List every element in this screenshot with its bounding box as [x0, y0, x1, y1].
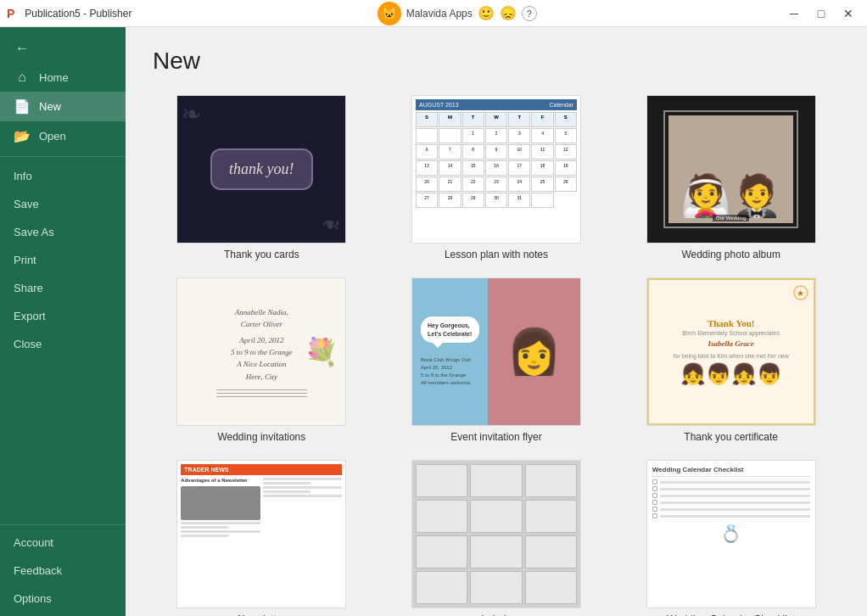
sidebar-feedback-label: Feedback: [14, 564, 62, 577]
sidebar-open-label: Open: [39, 130, 66, 143]
nl-line-7: [263, 486, 343, 489]
wedding-preview: 👰🤵 Our Wedding: [647, 96, 815, 243]
sidebar-item-close[interactable]: Close: [0, 330, 126, 358]
maximize-button[interactable]: □: [809, 4, 833, 23]
cert-kids: 👧👦👧👦: [680, 362, 782, 386]
template-label-lesson-plan: Lesson plan with notes: [445, 249, 548, 260]
sidebar-export-label: Export: [14, 310, 46, 322]
woman-icon: 👩: [506, 326, 562, 378]
sidebar-print-label: Print: [14, 254, 36, 266]
checklist-preview: Wedding Calendar Checklist: [647, 461, 815, 608]
nl-line-1: [181, 522, 260, 524]
sidebar-item-back[interactable]: ←: [0, 34, 126, 63]
thankyou-text: thank you!: [229, 160, 294, 178]
emoji-sad: 😞: [500, 5, 517, 21]
rings-icon: 💍: [652, 524, 810, 544]
label-cell-4: [416, 500, 467, 533]
sidebar-item-options[interactable]: Options: [0, 585, 126, 613]
sidebar-item-print[interactable]: Print: [0, 246, 126, 274]
cert-title: Thank You!: [708, 318, 755, 328]
template-label-wedding-photo: Wedding photo album: [681, 249, 780, 260]
sidebar-item-new[interactable]: 📄 New: [0, 92, 126, 121]
nl-line-6: [263, 482, 310, 484]
sidebar-divider-1: [0, 156, 126, 157]
wedding-couple-icon: 👰🤵: [680, 176, 782, 216]
template-thumb-newsletter[interactable]: TRADER NEWS Advantages of a Newsletter: [176, 460, 346, 608]
sidebar-item-account[interactable]: Account: [0, 529, 126, 557]
sidebar-account-label: Account: [14, 536, 53, 549]
cert-name: Isabella Grace: [708, 339, 754, 348]
template-item-thank-you-cards[interactable]: ❧ thank you! ❧ Thank you cards: [153, 95, 371, 260]
sidebar-item-save-as[interactable]: Save As: [0, 218, 126, 246]
cert-seal: ★: [793, 285, 808, 300]
sidebar-item-share[interactable]: Share: [0, 274, 126, 302]
check-box-3: [652, 493, 657, 498]
sidebar-options-label: Options: [14, 592, 52, 605]
sidebar-save-label: Save: [14, 198, 39, 210]
invite-details: April 20, 20125 to 9 to the GrangeA Nice…: [231, 334, 293, 384]
event-preview: Hey Gorgeous,Let's Celebrate! Book Club …: [412, 278, 580, 425]
check-line-5: [652, 507, 810, 512]
publisher-icon: P: [7, 7, 14, 20]
sidebar-item-open[interactable]: 📂 Open: [0, 121, 126, 151]
template-item-wedding-invitations[interactable]: Annabelle Nadia,Carter Oliver April 20, …: [153, 277, 371, 443]
nl-image: [181, 486, 260, 520]
template-thumb-cert[interactable]: ★ Thank You! Birch Elementary School app…: [646, 277, 816, 426]
template-item-newsletter[interactable]: TRADER NEWS Advantages of a Newsletter: [153, 460, 371, 616]
newsletter-cols: Advantages of a Newsletter: [181, 478, 342, 597]
template-thumb-lesson-plan[interactable]: AUGUST 2013Calendar S M T W T F S: [411, 95, 581, 244]
label-cell-5: [470, 500, 522, 533]
newsletter-header: TRADER NEWS: [181, 464, 342, 475]
help-icon[interactable]: ?: [522, 6, 537, 21]
template-item-checklist[interactable]: Wedding Calendar Checklist: [622, 460, 840, 616]
cert-text: for being kind to Kim when she met her n…: [674, 353, 789, 359]
sidebar-new-label: New: [39, 100, 61, 113]
nl-line-3: [181, 530, 260, 533]
label-cell-8: [470, 535, 522, 568]
nl-line-9: [263, 495, 343, 497]
label-cell-3: [525, 464, 577, 497]
template-thumb-event-flyer[interactable]: Hey Gorgeous,Let's Celebrate! Book Club …: [411, 277, 581, 426]
sidebar-item-info[interactable]: Info: [0, 162, 126, 190]
thankyou-inner: thank you!: [210, 148, 312, 190]
template-thumb-wedding-invitations[interactable]: Annabelle Nadia,Carter Oliver April 20, …: [176, 277, 346, 426]
template-item-cert[interactable]: ★ Thank You! Birch Elementary School app…: [622, 277, 840, 443]
sidebar-item-home[interactable]: ⌂ Home: [0, 63, 126, 92]
page-title: New: [153, 48, 840, 75]
template-thumb-wedding-photo[interactable]: 👰🤵 Our Wedding: [646, 95, 816, 244]
titlebar-title: Publication5 - Publisher: [25, 8, 131, 20]
template-thumb-checklist[interactable]: Wedding Calendar Checklist: [646, 460, 816, 608]
titlebar: P Publication5 - Publisher 🐱 Malavida Ap…: [0, 0, 867, 27]
sidebar-item-save[interactable]: Save: [0, 190, 126, 218]
nl-line-5: [263, 478, 343, 480]
event-bubble: Hey Gorgeous,Let's Celebrate!: [421, 316, 479, 344]
template-item-event-flyer[interactable]: Hey Gorgeous,Let's Celebrate! Book Club …: [388, 277, 606, 443]
flower-icon: 💐: [305, 336, 338, 368]
nl-line-4: [181, 535, 228, 537]
template-item-lesson-plan[interactable]: AUGUST 2013Calendar S M T W T F S: [388, 95, 606, 260]
check-box-5: [652, 507, 657, 512]
label-cell-12: [525, 571, 577, 604]
template-thumb-labels[interactable]: [411, 460, 581, 608]
check-line-4: [652, 500, 810, 505]
label-cell-6: [525, 500, 577, 533]
wedding-inner: 👰🤵 Our Wedding: [668, 115, 792, 222]
template-item-wedding-photo[interactable]: 👰🤵 Our Wedding Wedding photo album: [622, 95, 840, 260]
sidebar-item-export[interactable]: Export: [0, 302, 126, 330]
sidebar-save-as-label: Save As: [14, 226, 54, 238]
template-item-labels[interactable]: Labels: [388, 460, 606, 616]
newsletter-col-1: Advantages of a Newsletter: [181, 478, 260, 597]
close-button[interactable]: ✕: [836, 4, 860, 23]
event-left: Hey Gorgeous,Let's Celebrate! Book Club …: [412, 308, 488, 396]
template-thumb-thank-you-cards[interactable]: ❧ thank you! ❧: [176, 95, 346, 244]
invite-lines: [216, 389, 307, 397]
minimize-button[interactable]: ─: [782, 4, 806, 23]
home-icon: ⌂: [14, 70, 31, 85]
newsletter-col-2: [263, 478, 343, 597]
sidebar-item-feedback[interactable]: Feedback: [0, 557, 126, 585]
template-label-cert: Thank you certificate: [684, 431, 778, 443]
check-line-6: [652, 513, 810, 518]
app-icon: 🐱: [378, 2, 401, 25]
sidebar-share-label: Share: [14, 282, 43, 294]
invite-line-3: [216, 396, 307, 397]
